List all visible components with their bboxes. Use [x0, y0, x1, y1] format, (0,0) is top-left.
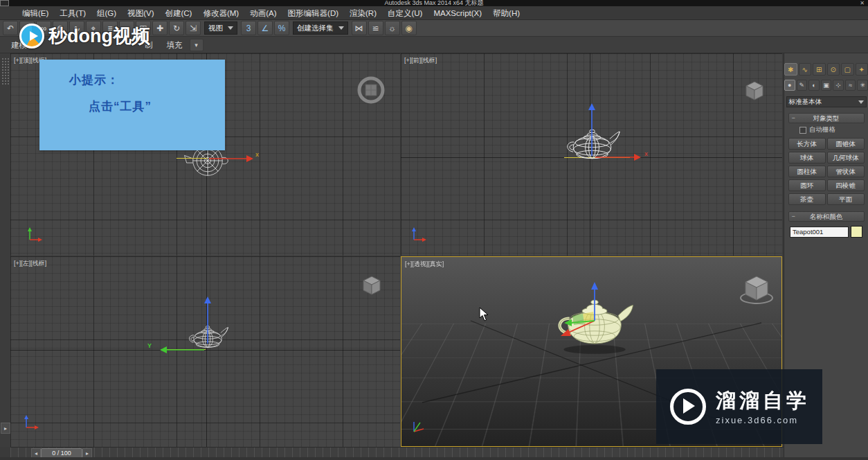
mirror-icon[interactable]: ⋈	[352, 21, 367, 35]
display-tab-icon[interactable]: ▢	[841, 63, 854, 76]
chevron-down-icon	[858, 100, 864, 104]
gizmo-y-arrow[interactable]	[159, 345, 207, 355]
select-and-rotate-icon[interactable]: ↻	[169, 21, 184, 35]
object-type-rollout-header[interactable]: − 对象类型	[788, 113, 865, 123]
menu-item-rendering[interactable]: 渲染(R)	[344, 6, 382, 20]
name-color-rollout-header[interactable]: − 名称和颜色	[788, 211, 865, 222]
ribbon-tab-populate[interactable]: 填充	[160, 37, 190, 53]
create-tab-icon[interactable]: ✱	[784, 63, 797, 76]
menu-item-modifiers[interactable]: 修改器(M)	[197, 6, 244, 20]
viewport-front[interactable]: [+][前][线框] x	[401, 53, 782, 256]
tooltip-line2: 点击“工具”	[89, 98, 152, 114]
pyramid-button[interactable]: 四棱锥	[827, 179, 865, 191]
viewport-persp-label[interactable]: [+][透视][真实]	[405, 260, 444, 269]
hierarchy-tab-icon[interactable]: ⊞	[813, 63, 826, 76]
plane-button[interactable]: 平面	[827, 193, 865, 205]
primitive-type-dropdown[interactable]: 标准基本体	[786, 96, 867, 107]
gizmo-x-arrow[interactable]	[594, 152, 646, 162]
autogrid-row: 自动栅格	[799, 125, 868, 134]
percent-snap-icon[interactable]: %	[274, 21, 289, 35]
play-logo-icon	[19, 24, 44, 48]
application-menu-button[interactable]	[0, 0, 9, 6]
gizmo-axis-line[interactable]	[177, 158, 208, 159]
cone-button[interactable]: 圆锥体	[827, 138, 865, 150]
prev-frame-button[interactable]: ◂	[31, 448, 41, 458]
menu-item-help[interactable]: 帮助(H)	[487, 6, 525, 20]
move-gizmo[interactable]	[553, 279, 636, 362]
menu-item-graph-editors[interactable]: 图形编辑器(D)	[282, 6, 344, 20]
modify-tab-icon[interactable]: ∿	[799, 63, 812, 76]
reference-coordsys-dropdown[interactable]: 视图	[204, 21, 237, 35]
menu-item-maxscript[interactable]: MAXScript(X)	[428, 6, 487, 20]
x-axis-label: x	[644, 150, 648, 157]
helpers-category-icon[interactable]: ⊹	[833, 80, 844, 91]
close-icon[interactable]: ✕	[860, 0, 865, 6]
object-name-field[interactable]: Teapot001	[790, 227, 849, 238]
viewport-front-label[interactable]: [+][前][线框]	[404, 56, 437, 65]
cameras-category-icon[interactable]: ▣	[821, 80, 832, 91]
axis-tripod-icon	[23, 414, 39, 431]
watermark-url: zixue.3d66.com	[716, 415, 810, 425]
torus-button[interactable]: 圆环	[788, 179, 826, 191]
x-axis-label: x	[255, 151, 259, 158]
watermark-text-block: 溜溜自学 zixue.3d66.com	[716, 389, 810, 425]
viewcube-icon[interactable]	[741, 77, 768, 103]
motion-tab-icon[interactable]: ⊙	[827, 63, 840, 76]
menu-item-views[interactable]: 视图(V)	[122, 6, 159, 20]
angle-snap-icon[interactable]: ∠	[257, 21, 273, 35]
shapes-category-icon[interactable]: ✎	[797, 80, 808, 91]
sphere-button[interactable]: 球体	[788, 152, 826, 163]
geosphere-button[interactable]: 几何球体	[827, 152, 865, 163]
systems-category-icon[interactable]: ✳	[857, 80, 868, 91]
ribbon-collapse-button[interactable]: ▾	[190, 39, 204, 51]
menu-item-create[interactable]: 创建(C)	[159, 6, 197, 20]
menu-item-tools[interactable]: 工具(T)	[54, 6, 91, 20]
align-icon[interactable]: ≌	[368, 21, 383, 35]
viewcube-icon[interactable]	[359, 272, 385, 298]
status-bar-strip	[0, 457, 868, 460]
tube-button[interactable]: 管状体	[827, 166, 865, 177]
menu-item-customize[interactable]: 自定义(U)	[382, 6, 428, 20]
next-frame-button[interactable]: ▸	[82, 448, 92, 458]
menu-bar: 编辑(E) 工具(T) 组(G) 视图(V) 创建(C) 修改器(M) 动画(A…	[0, 6, 868, 20]
viewcube-icon[interactable]	[355, 74, 387, 106]
create-categories: ● ✎ ◐ ▣ ⊹ ≈ ✳	[784, 80, 868, 91]
space-warps-category-icon[interactable]: ≈	[845, 80, 856, 91]
select-and-scale-icon[interactable]: ⇲	[186, 21, 201, 35]
chevron-down-icon	[338, 26, 344, 30]
named-selection-sets-dropdown[interactable]: 创建选择集	[293, 21, 348, 35]
object-color-swatch[interactable]	[851, 226, 862, 238]
menu-item-group[interactable]: 组(G)	[91, 6, 122, 20]
menu-item-edit[interactable]: 编辑(E)	[17, 6, 54, 20]
render-setup-icon[interactable]: ☼	[385, 21, 400, 35]
viewport-left-label[interactable]: [+][左][线框]	[14, 259, 46, 268]
command-panel-tabs: ✱ ∿ ⊞ ⊙ ▢ ✦	[784, 63, 868, 76]
gizmo-z-arrow[interactable]	[587, 102, 597, 160]
axis-tripod-icon	[410, 227, 427, 243]
geometry-category-icon[interactable]: ●	[784, 80, 795, 91]
undo-icon[interactable]: ↶	[3, 21, 18, 35]
expand-strip-button[interactable]: ▸	[1, 423, 10, 434]
axis-tripod-icon	[409, 418, 427, 436]
y-axis-label: Y	[147, 342, 152, 349]
gizmo-z-arrow[interactable]	[203, 295, 213, 348]
viewcube-icon[interactable]	[738, 269, 775, 307]
timeline-track[interactable]: ◂ 0 / 100 ▸	[10, 447, 784, 458]
teapot-button[interactable]: 茶壶	[788, 193, 826, 205]
select-and-move-icon[interactable]: ✚	[152, 21, 168, 35]
watermark-panel: 溜溜自学 zixue.3d66.com	[656, 369, 822, 444]
autogrid-checkbox[interactable]	[799, 127, 806, 134]
utilities-tab-icon[interactable]: ✦	[856, 63, 868, 76]
render-production-icon[interactable]: ◉	[401, 21, 417, 35]
box-button[interactable]: 长方体	[788, 138, 826, 150]
mouse-cursor	[479, 307, 490, 322]
collapse-icon: −	[792, 114, 795, 123]
menu-item-animation[interactable]: 动画(A)	[244, 6, 282, 20]
gizmo-x-arrow[interactable]	[206, 152, 262, 165]
snap-toggle-icon[interactable]: 3	[241, 21, 256, 35]
lights-category-icon[interactable]: ◐	[808, 80, 820, 91]
viewport-left[interactable]: [+][左][线框] Y	[10, 256, 400, 447]
cylinder-button[interactable]: 圆柱体	[788, 166, 826, 177]
time-slider-handle[interactable]: 0 / 100	[41, 448, 82, 458]
watermark-title: 溜溜自学	[716, 389, 810, 412]
